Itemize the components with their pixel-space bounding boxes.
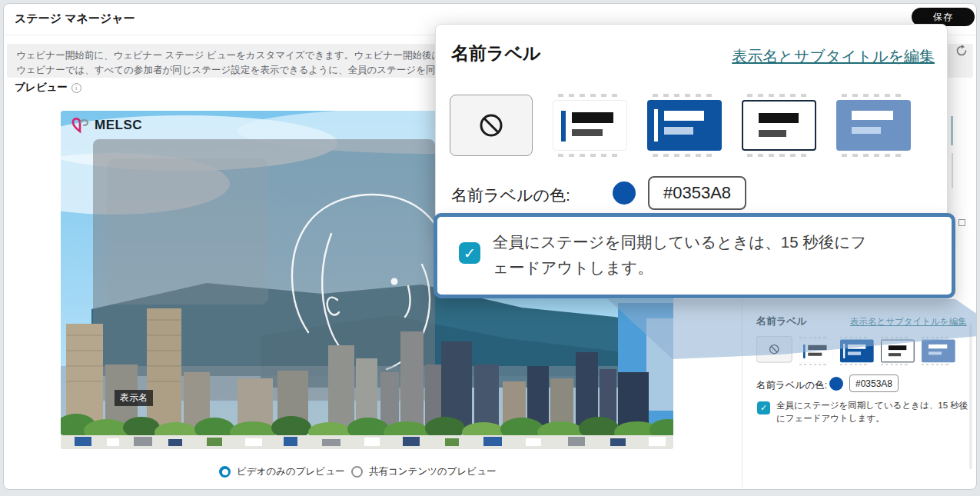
sync-fadeout-label-zoomed: 全員にステージを同期しているときは、15 秒後にフェードアウトします。: [493, 230, 868, 281]
panel-scrollbar[interactable]: [969, 323, 972, 469]
radio-unselected-icon[interactable]: [351, 466, 363, 478]
panel-edge-fragment: [958, 219, 965, 226]
label-style-light-bordered[interactable]: [742, 94, 816, 157]
label-style-light-bordered[interactable]: [881, 337, 915, 363]
magnified-name-label-panel: 名前ラベル 表示名とサブタイトルを編集: [435, 24, 948, 221]
prohibit-icon: [768, 343, 780, 355]
name-label-title-zoomed: 名前ラベル: [451, 42, 541, 65]
radio-selected-icon[interactable]: [219, 466, 231, 478]
stage-manager-page: ステージ マネージャー 保存 ウェビナー開始前に、ウェビナー ステージ ビューを…: [3, 3, 977, 490]
preview-section-label: プレビュー i: [15, 81, 81, 95]
preview-label-text: プレビュー: [15, 81, 68, 95]
label-style-none[interactable]: [756, 336, 792, 363]
color-swatch-zoomed[interactable]: [613, 181, 636, 205]
brand-text: MELSC: [95, 118, 142, 133]
color-hex-input-zoomed[interactable]: #0353A8: [648, 176, 746, 210]
label-style-options-zoomed: [450, 94, 911, 157]
radio-shared-content[interactable]: 共有コンテンツのプレビュー: [351, 465, 496, 478]
color-swatch[interactable]: [829, 377, 843, 391]
edit-display-name-link[interactable]: 表示名とサブタイトルを編集: [850, 316, 967, 328]
label-style-options: [756, 336, 955, 363]
page-title: ステージ マネージャー: [15, 12, 135, 26]
refresh-preview-icon[interactable]: [955, 44, 968, 58]
name-label-title: 名前ラベル: [756, 315, 807, 328]
label-color-caption-zoomed: 名前ラベルの色:: [451, 185, 570, 206]
label-color-caption: 名前ラベルの色:: [756, 379, 827, 392]
brand-logo: MELSC: [71, 117, 142, 134]
panel-edge-sliver: [952, 153, 953, 188]
edit-display-name-link-zoomed[interactable]: 表示名とサブタイトルを編集: [732, 46, 935, 67]
display-name-tag: 表示名: [115, 390, 153, 406]
radio-video-only[interactable]: ビデオのみのプレビュー: [219, 465, 344, 478]
sync-fadeout-highlight-box: ✓ 全員にステージを同期しているときは、15 秒後にフェードアウトします。: [434, 213, 955, 298]
prohibit-icon: [477, 111, 506, 140]
label-style-blue-filled[interactable]: [922, 337, 955, 363]
heart-logo-icon: [71, 117, 90, 134]
radio-shared-content-label: 共有コンテンツのプレビュー: [369, 465, 496, 478]
label-style-light-left-bar[interactable]: [553, 94, 627, 157]
label-style-light-left-bar[interactable]: [799, 337, 833, 363]
label-style-none[interactable]: [450, 95, 533, 156]
label-style-blue-left-bar[interactable]: [840, 337, 874, 363]
label-style-blue-left-bar[interactable]: [647, 94, 722, 157]
info-icon[interactable]: i: [71, 83, 81, 93]
sync-fadeout-checkbox-zoomed[interactable]: ✓: [459, 242, 480, 264]
label-style-blue-filled[interactable]: [836, 94, 911, 157]
sync-fadeout-label: 全員にステージを同期しているときは、15 秒後にフェードアウトします。: [776, 399, 972, 426]
radio-video-only-label: ビデオのみのプレビュー: [237, 465, 344, 478]
sync-fadeout-checkbox[interactable]: ✓: [757, 401, 770, 414]
color-hex-input[interactable]: #0353A8: [849, 374, 899, 392]
panel-edge-sliver: [951, 116, 953, 145]
